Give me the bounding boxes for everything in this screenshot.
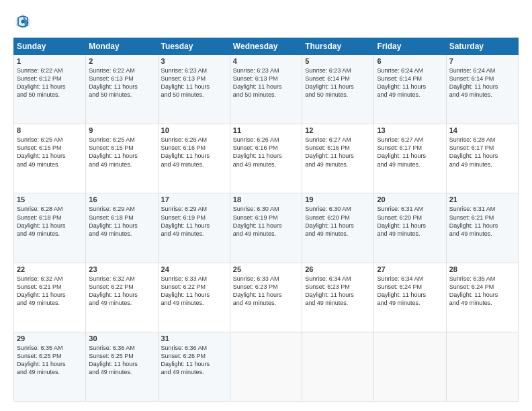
day-number: 4 [233,57,299,65]
calendar-cell: 27Sunrise: 6:34 AM Sunset: 6:24 PM Dayli… [374,263,446,332]
day-number: 6 [377,57,443,65]
cell-sun-info: Sunrise: 6:28 AM Sunset: 6:17 PM Dayligh… [449,136,515,169]
calendar-cell [446,332,518,401]
calendar-cell: 26Sunrise: 6:34 AM Sunset: 6:23 PM Dayli… [302,263,374,332]
cell-sun-info: Sunrise: 6:32 AM Sunset: 6:21 PM Dayligh… [17,275,83,308]
calendar-week-row: 15Sunrise: 6:28 AM Sunset: 6:18 PM Dayli… [14,193,519,263]
calendar-cell: 19Sunrise: 6:30 AM Sunset: 6:20 PM Dayli… [302,193,374,263]
calendar-cell: 24Sunrise: 6:33 AM Sunset: 6:22 PM Dayli… [158,263,230,332]
day-number: 7 [449,57,515,65]
calendar-cell: 5Sunrise: 6:23 AM Sunset: 6:14 PM Daylig… [302,55,374,124]
cell-sun-info: Sunrise: 6:36 AM Sunset: 6:26 PM Dayligh… [161,344,227,377]
weekday-header: Thursday [302,38,374,55]
day-number: 22 [17,265,83,273]
calendar-cell: 16Sunrise: 6:29 AM Sunset: 6:18 PM Dayli… [86,193,158,263]
calendar-cell: 6Sunrise: 6:24 AM Sunset: 6:14 PM Daylig… [374,55,446,124]
calendar-cell: 17Sunrise: 6:29 AM Sunset: 6:19 PM Dayli… [158,193,230,263]
cell-sun-info: Sunrise: 6:30 AM Sunset: 6:19 PM Dayligh… [233,205,299,238]
day-number: 21 [449,195,515,203]
calendar-week-row: 22Sunrise: 6:32 AM Sunset: 6:21 PM Dayli… [14,263,519,332]
calendar-cell: 14Sunrise: 6:28 AM Sunset: 6:17 PM Dayli… [446,124,518,193]
day-number: 12 [305,126,371,134]
cell-sun-info: Sunrise: 6:24 AM Sunset: 6:14 PM Dayligh… [377,66,443,99]
cell-sun-info: Sunrise: 6:35 AM Sunset: 6:25 PM Dayligh… [17,344,83,377]
day-number: 8 [17,126,83,134]
header-row: SundayMondayTuesdayWednesdayThursdayFrid… [14,38,519,55]
weekday-header: Wednesday [230,38,302,55]
weekday-header: Sunday [14,38,86,55]
cell-sun-info: Sunrise: 6:25 AM Sunset: 6:15 PM Dayligh… [17,136,83,169]
calendar-cell: 18Sunrise: 6:30 AM Sunset: 6:19 PM Dayli… [230,193,302,263]
cell-sun-info: Sunrise: 6:32 AM Sunset: 6:22 PM Dayligh… [89,275,154,308]
cell-sun-info: Sunrise: 6:36 AM Sunset: 6:25 PM Dayligh… [89,344,154,377]
weekday-header: Friday [374,38,446,55]
cell-sun-info: Sunrise: 6:30 AM Sunset: 6:20 PM Dayligh… [305,205,371,238]
day-number: 18 [233,195,299,203]
calendar-cell [302,332,374,401]
day-number: 26 [305,265,371,273]
logo-icon [13,12,32,31]
weekday-header: Monday [86,38,158,55]
weekday-header: Tuesday [158,38,230,55]
calendar-cell: 8Sunrise: 6:25 AM Sunset: 6:15 PM Daylig… [14,124,86,193]
day-number: 5 [305,57,371,65]
day-number: 11 [233,126,299,134]
cell-sun-info: Sunrise: 6:27 AM Sunset: 6:16 PM Dayligh… [305,136,371,169]
day-number: 25 [233,265,299,273]
calendar-week-row: 1Sunrise: 6:22 AM Sunset: 6:12 PM Daylig… [14,55,519,124]
calendar-cell: 13Sunrise: 6:27 AM Sunset: 6:17 PM Dayli… [374,124,446,193]
weekday-header: Saturday [446,38,518,55]
calendar-table: SundayMondayTuesdayWednesdayThursdayFrid… [13,38,519,402]
logo [13,12,35,31]
calendar-cell: 15Sunrise: 6:28 AM Sunset: 6:18 PM Dayli… [14,193,86,263]
cell-sun-info: Sunrise: 6:27 AM Sunset: 6:17 PM Dayligh… [377,136,443,169]
header [13,12,519,31]
calendar-cell: 25Sunrise: 6:33 AM Sunset: 6:23 PM Dayli… [230,263,302,332]
calendar-week-row: 29Sunrise: 6:35 AM Sunset: 6:25 PM Dayli… [14,332,519,401]
day-number: 19 [305,195,371,203]
calendar-cell: 29Sunrise: 6:35 AM Sunset: 6:25 PM Dayli… [14,332,86,401]
cell-sun-info: Sunrise: 6:25 AM Sunset: 6:15 PM Dayligh… [89,136,154,169]
cell-sun-info: Sunrise: 6:28 AM Sunset: 6:18 PM Dayligh… [17,205,83,238]
calendar-cell: 7Sunrise: 6:24 AM Sunset: 6:14 PM Daylig… [446,55,518,124]
day-number: 14 [449,126,515,134]
cell-sun-info: Sunrise: 6:29 AM Sunset: 6:18 PM Dayligh… [89,205,154,238]
calendar-cell: 11Sunrise: 6:26 AM Sunset: 6:16 PM Dayli… [230,124,302,193]
calendar-cell: 30Sunrise: 6:36 AM Sunset: 6:25 PM Dayli… [86,332,158,401]
day-number: 20 [377,195,443,203]
day-number: 1 [17,57,83,65]
page: SundayMondayTuesdayWednesdayThursdayFrid… [0,0,532,411]
calendar-cell: 1Sunrise: 6:22 AM Sunset: 6:12 PM Daylig… [14,55,86,124]
cell-sun-info: Sunrise: 6:26 AM Sunset: 6:16 PM Dayligh… [161,136,227,169]
day-number: 15 [17,195,83,203]
cell-sun-info: Sunrise: 6:33 AM Sunset: 6:23 PM Dayligh… [233,275,299,308]
day-number: 31 [161,334,227,342]
day-number: 16 [89,195,154,203]
day-number: 17 [161,195,227,203]
calendar-cell: 9Sunrise: 6:25 AM Sunset: 6:15 PM Daylig… [86,124,158,193]
cell-sun-info: Sunrise: 6:26 AM Sunset: 6:16 PM Dayligh… [233,136,299,169]
calendar-cell: 2Sunrise: 6:22 AM Sunset: 6:13 PM Daylig… [86,55,158,124]
calendar-cell: 10Sunrise: 6:26 AM Sunset: 6:16 PM Dayli… [158,124,230,193]
day-number: 3 [161,57,227,65]
calendar-cell: 20Sunrise: 6:31 AM Sunset: 6:20 PM Dayli… [374,193,446,263]
calendar-cell: 21Sunrise: 6:31 AM Sunset: 6:21 PM Dayli… [446,193,518,263]
day-number: 23 [89,265,154,273]
day-number: 2 [89,57,154,65]
day-number: 30 [89,334,154,342]
cell-sun-info: Sunrise: 6:34 AM Sunset: 6:23 PM Dayligh… [305,275,371,308]
cell-sun-info: Sunrise: 6:23 AM Sunset: 6:14 PM Dayligh… [305,66,371,99]
cell-sun-info: Sunrise: 6:23 AM Sunset: 6:13 PM Dayligh… [233,66,299,99]
calendar-cell [230,332,302,401]
day-number: 9 [89,126,154,134]
calendar-cell: 12Sunrise: 6:27 AM Sunset: 6:16 PM Dayli… [302,124,374,193]
calendar-cell: 3Sunrise: 6:23 AM Sunset: 6:13 PM Daylig… [158,55,230,124]
day-number: 13 [377,126,443,134]
calendar-cell: 28Sunrise: 6:35 AM Sunset: 6:24 PM Dayli… [446,263,518,332]
cell-sun-info: Sunrise: 6:33 AM Sunset: 6:22 PM Dayligh… [161,275,227,308]
cell-sun-info: Sunrise: 6:22 AM Sunset: 6:13 PM Dayligh… [89,66,154,99]
day-number: 28 [449,265,515,273]
cell-sun-info: Sunrise: 6:31 AM Sunset: 6:21 PM Dayligh… [449,205,515,238]
calendar-cell: 23Sunrise: 6:32 AM Sunset: 6:22 PM Dayli… [86,263,158,332]
day-number: 27 [377,265,443,273]
